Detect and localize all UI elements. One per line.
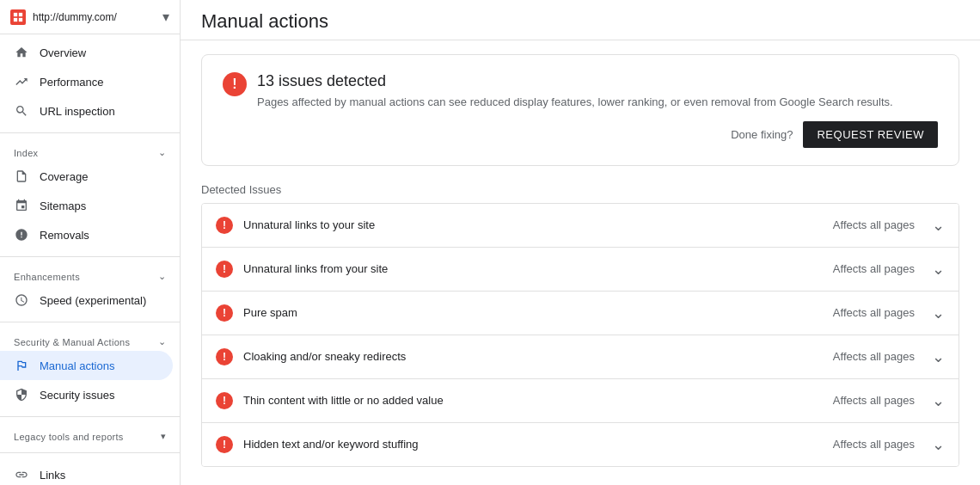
sidebar-item-overview-label: Overview bbox=[40, 46, 86, 59]
sidebar-item-removals[interactable]: Removals bbox=[0, 220, 173, 249]
sidebar-item-speed[interactable]: Speed (experimental) bbox=[0, 285, 173, 315]
sidebar-item-manual-actions[interactable]: Manual actions bbox=[0, 351, 173, 380]
security-manual-section-header[interactable]: Security & Manual Actions ⌄ bbox=[0, 329, 180, 351]
index-section: Index ⌄ Coverage Sitemaps Removals bbox=[0, 137, 180, 253]
issue-affect-3: Affects all pages bbox=[833, 350, 915, 363]
svg-rect-0 bbox=[14, 12, 17, 15]
issue-chevron-1: ⌄ bbox=[932, 260, 945, 279]
site-dropdown-chevron: ▾ bbox=[162, 9, 169, 25]
alert-actions: Done fixing? REQUEST REVIEW bbox=[223, 121, 938, 148]
top-nav-section: Overview Performance URL inspection bbox=[0, 34, 180, 129]
removals-icon bbox=[14, 227, 29, 242]
issue-name-1: Unnatural links from your site bbox=[243, 262, 823, 275]
issue-affect-1: Affects all pages bbox=[833, 262, 915, 275]
issue-error-icon-0: ! bbox=[216, 217, 233, 234]
index-chevron-icon: ⌄ bbox=[158, 147, 166, 158]
main-content: Manual actions ! 13 issues detected Page… bbox=[181, 0, 980, 485]
issue-row-5[interactable]: ! Hidden text and/or keyword stuffing Af… bbox=[202, 423, 959, 466]
issue-name-0: Unnatural links to your site bbox=[243, 218, 823, 231]
security-chevron-icon: ⌄ bbox=[158, 336, 166, 347]
search-icon bbox=[14, 103, 29, 119]
issue-name-5: Hidden text and/or keyword stuffing bbox=[243, 438, 823, 451]
svg-rect-2 bbox=[14, 17, 17, 21]
alert-title: 13 issues detected bbox=[257, 72, 938, 90]
issue-name-4: Thin content with little or no added val… bbox=[243, 394, 823, 407]
trending-up-icon bbox=[14, 74, 29, 89]
alert-box: ! 13 issues detected Pages affected by m… bbox=[201, 54, 959, 166]
enhancements-section-header[interactable]: Enhancements ⌄ bbox=[0, 264, 180, 285]
coverage-icon bbox=[14, 169, 29, 184]
enhancements-section: Enhancements ⌄ Speed (experimental) bbox=[0, 261, 180, 318]
sidebar-item-coverage[interactable]: Coverage bbox=[0, 162, 173, 191]
legacy-section: Legacy tools and reports ▾ bbox=[0, 421, 180, 449]
issue-name-2: Pure spam bbox=[243, 306, 823, 319]
issue-chevron-3: ⌄ bbox=[932, 347, 945, 366]
issue-error-icon-1: ! bbox=[216, 261, 233, 278]
enhancements-chevron-icon: ⌄ bbox=[158, 271, 166, 282]
alert-error-icon: ! bbox=[223, 72, 247, 96]
issue-row-4[interactable]: ! Thin content with little or no added v… bbox=[202, 379, 959, 423]
request-review-button[interactable]: REQUEST REVIEW bbox=[803, 121, 938, 148]
divider-3 bbox=[0, 322, 180, 322]
page-header: Manual actions bbox=[181, 0, 980, 40]
issue-error-icon-2: ! bbox=[216, 304, 233, 322]
shield-icon bbox=[14, 387, 29, 402]
index-section-header[interactable]: Index ⌄ bbox=[0, 140, 180, 162]
divider-2 bbox=[0, 256, 180, 257]
done-fixing-label: Done fixing? bbox=[731, 128, 793, 141]
alert-text: 13 issues detected Pages affected by man… bbox=[257, 72, 938, 111]
svg-rect-1 bbox=[19, 12, 22, 15]
legacy-section-header[interactable]: Legacy tools and reports ▾ bbox=[0, 424, 180, 445]
sidebar-item-overview[interactable]: Overview bbox=[0, 38, 173, 67]
svg-rect-3 bbox=[19, 17, 22, 21]
issue-affect-5: Affects all pages bbox=[833, 438, 915, 451]
sidebar: http://dummy.com/ ▾ Overview Performance… bbox=[0, 0, 181, 485]
issue-chevron-2: ⌄ bbox=[932, 304, 945, 322]
sidebar-item-performance-label: Performance bbox=[40, 76, 103, 89]
page-title: Manual actions bbox=[201, 10, 959, 33]
issue-error-icon-4: ! bbox=[216, 392, 233, 409]
divider-1 bbox=[0, 132, 180, 133]
site-selector[interactable]: http://dummy.com/ ▾ bbox=[0, 0, 180, 34]
sidebar-item-url-inspection[interactable]: URL inspection bbox=[0, 96, 173, 126]
issue-row-1[interactable]: ! Unnatural links from your site Affects… bbox=[202, 248, 959, 292]
issue-error-icon-5: ! bbox=[216, 436, 233, 453]
alert-top: ! 13 issues detected Pages affected by m… bbox=[223, 72, 938, 111]
issue-affect-2: Affects all pages bbox=[833, 306, 915, 319]
sidebar-item-sitemaps[interactable]: Sitemaps bbox=[0, 191, 173, 220]
alert-description: Pages affected by manual actions can see… bbox=[257, 94, 938, 111]
site-logo-icon bbox=[10, 9, 26, 25]
issue-row-0[interactable]: ! Unnatural links to your site Affects a… bbox=[202, 204, 959, 248]
divider-5 bbox=[0, 452, 180, 453]
sidebar-item-links[interactable]: Links bbox=[0, 460, 173, 485]
issues-container: ! Unnatural links to your site Affects a… bbox=[201, 203, 959, 467]
sidebar-item-security-issues[interactable]: Security issues bbox=[0, 380, 173, 409]
home-icon bbox=[14, 45, 29, 60]
manual-actions-icon bbox=[14, 358, 29, 373]
issue-error-icon-3: ! bbox=[216, 348, 233, 365]
speed-icon bbox=[14, 292, 29, 308]
issue-chevron-0: ⌄ bbox=[932, 216, 945, 235]
issue-row-2[interactable]: ! Pure spam Affects all pages ⌄ bbox=[202, 292, 959, 335]
sidebar-item-url-inspection-label: URL inspection bbox=[40, 105, 115, 118]
issue-affect-4: Affects all pages bbox=[833, 394, 915, 407]
issue-affect-0: Affects all pages bbox=[833, 218, 915, 231]
divider-4 bbox=[0, 416, 180, 417]
main-body: ! 13 issues detected Pages affected by m… bbox=[181, 40, 980, 481]
issue-chevron-5: ⌄ bbox=[932, 435, 945, 454]
legacy-chevron-icon: ▾ bbox=[161, 431, 166, 442]
issue-name-3: Cloaking and/or sneaky redirects bbox=[243, 350, 823, 363]
site-url-label: http://dummy.com/ bbox=[33, 11, 156, 23]
sitemaps-icon bbox=[14, 198, 29, 213]
issue-chevron-4: ⌄ bbox=[932, 391, 945, 410]
issue-row-3[interactable]: ! Cloaking and/or sneaky redirects Affec… bbox=[202, 335, 959, 379]
detected-issues-label: Detected Issues bbox=[201, 183, 959, 196]
bottom-nav-section: Links bbox=[0, 457, 180, 485]
link-icon bbox=[14, 467, 29, 482]
sidebar-item-performance[interactable]: Performance bbox=[0, 67, 173, 96]
security-manual-section: Security & Manual Actions ⌄ Manual actio… bbox=[0, 326, 180, 413]
